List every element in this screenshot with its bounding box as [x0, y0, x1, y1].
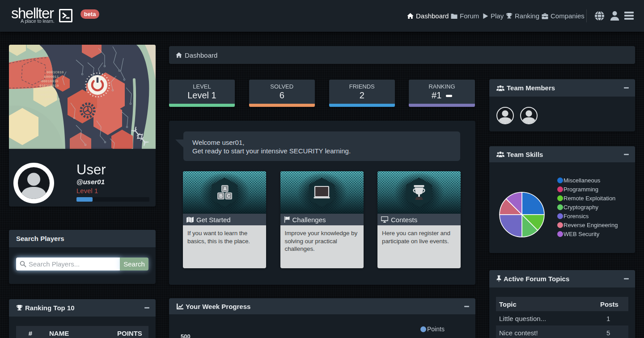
svg-text:00010010: 00010010 — [41, 79, 59, 83]
svg-text:010100010: 010100010 — [39, 84, 59, 88]
svg-text:00010100: 00010100 — [38, 88, 55, 92]
svg-text:0001011: 0001011 — [40, 93, 55, 97]
svg-text:1000011: 1000011 — [44, 75, 59, 79]
svg-text:B: B — [219, 193, 223, 199]
svg-text:0001C010: 0001C010 — [47, 70, 64, 74]
svg-text:C: C — [227, 193, 230, 199]
svg-text:A: A — [223, 186, 227, 191]
svg-text:10000111: 10000111 — [43, 97, 60, 101]
